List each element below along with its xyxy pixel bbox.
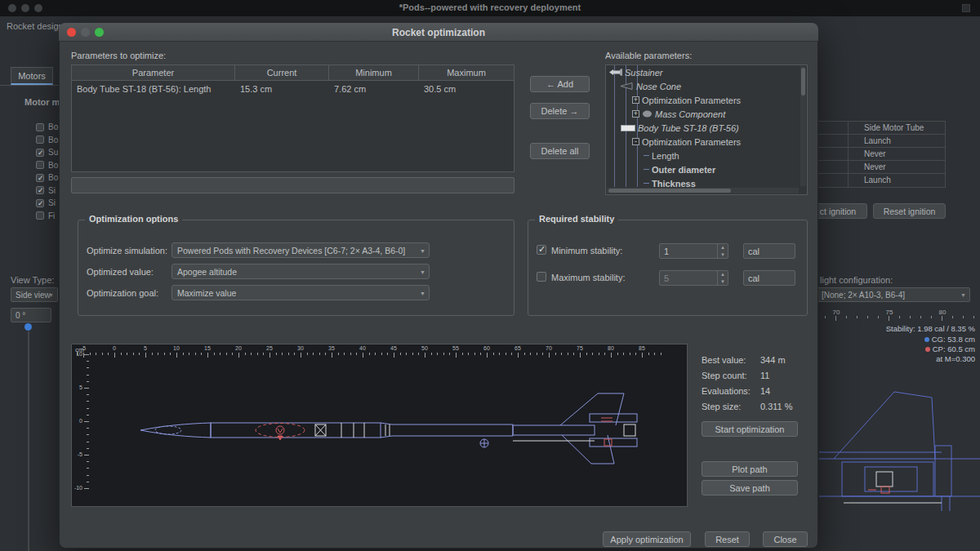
tree-vertical-scrollbar[interactable] [800,66,806,186]
optimization-goal-select[interactable]: Maximize value ▼ [172,285,430,300]
tree-item-label: Body Tube ST-18 (BT-56) [638,123,739,133]
tree-item[interactable]: Nose Cone [606,79,800,93]
checkbox[interactable] [36,199,44,207]
component-checkbox-row[interactable]: Fi [36,210,58,223]
flight-config-label: light configuration: [820,275,893,285]
checkbox[interactable] [36,174,44,182]
tree-item[interactable]: Body Tube ST-18 (BT-56) [606,121,800,135]
ruler-label: 80 [936,309,949,316]
optimized-value-select[interactable]: Apogee altitude ▼ [172,264,430,279]
scrollbar-thumb[interactable] [801,68,805,96]
rocket-diagram-panel[interactable]: cm -50510152025303540455055606570758085 … [71,344,688,507]
tree-item-label: Optimization Parameters [642,137,741,147]
motor-table-row[interactable]: Never [813,161,945,174]
rotation-slider-track[interactable] [28,331,29,551]
scrollbar-thumb[interactable] [608,189,731,193]
component-checkbox-row[interactable]: Bo [36,171,58,184]
component-checkbox-row[interactable]: Bo [36,121,58,134]
table-cell: Body Tube ST-18 (BT-56): Length [72,84,235,94]
tree-item-label: Mass Component [655,109,725,119]
spinner-arrows-icon[interactable]: ▲▼ [717,271,728,285]
ruler-tick [899,316,900,318]
max-stability-unit[interactable]: cal [743,270,795,286]
rotation-slider-handle[interactable] [24,323,32,331]
rotation-value: 0 ° [16,311,25,320]
reset-ignition-button[interactable]: Reset ignition [873,203,946,219]
delete-all-button[interactable]: Delete all [530,143,590,159]
rotation-spinner[interactable]: 0 ° [11,308,51,322]
rocket-icon [609,69,622,76]
plot-path-button[interactable]: Plot path [702,461,798,477]
max-stability-spinner[interactable]: 5 ▲▼ [659,270,728,286]
min-stability-checkbox[interactable] [537,245,546,255]
max-stability-checkbox[interactable] [537,272,546,282]
motor-table-row[interactable]: Launch [813,174,945,187]
cp-marker-icon [925,347,930,352]
stat-value: 11 [760,371,769,380]
component-checkbox-row[interactable]: Si [36,184,58,198]
motor-table-row[interactable]: Side Motor Tube [813,122,945,135]
chevron-down-icon: ▼ [420,247,425,253]
ruler-tick [952,316,953,318]
tree-item[interactable]: +Optimization Parameters [606,93,800,107]
checkbox[interactable] [36,161,44,169]
min-stability-spinner[interactable]: 1 ▲▼ [659,243,728,259]
component-checkbox-row[interactable]: Bo [36,134,58,147]
table-row[interactable]: Body Tube ST-18 (BT-56): Length15.3 cm7.… [72,81,514,97]
ruler-tick [835,316,836,321]
stability-readout: Stability: 1.98 cal / 8.35 % [886,324,975,333]
column-header[interactable]: Maximum [419,65,514,80]
tree-toggle-icon[interactable]: + [632,110,639,118]
motor-table-row[interactable]: Never [813,148,945,161]
component-checkbox-row[interactable]: Bo [36,159,58,172]
checkbox-label: Fi [48,211,55,220]
tab-motors[interactable]: Motors [11,67,53,85]
close-button[interactable]: Close [763,531,808,547]
column-header[interactable]: Current [235,65,329,80]
chevron-down-icon: ▼ [48,292,54,298]
checkbox-label: Su [48,148,58,157]
motor-table-row[interactable]: Launch [813,135,945,148]
optimize-simulation-select[interactable]: Powered Pods with Recovery Devices [C6-7… [172,242,430,258]
delete-parameter-button[interactable]: Delete → [530,103,590,119]
add-parameter-button[interactable]: ← Add [530,76,590,92]
tree-item[interactable]: Sustainer [606,65,800,79]
component-checkbox-row[interactable]: Su [36,146,58,159]
column-header[interactable]: Parameter [72,65,235,80]
tree-connector-icon [644,169,649,170]
stat-label: Best value: [702,355,760,365]
checkbox[interactable] [36,186,44,194]
tree-item[interactable]: Length [606,149,800,162]
start-optimization-button[interactable]: Start optimization [702,421,798,437]
chevron-down-icon: ▼ [960,292,966,298]
cg-marker-icon [924,337,929,342]
tree-item[interactable]: -Optimization Parameters [606,135,800,149]
chevron-down-icon: ▼ [420,290,425,295]
spinner-arrows-icon[interactable]: ▲▼ [717,244,728,258]
min-stability-label: Minimum stability: [551,246,622,256]
table-cell: 15.3 cm [235,84,329,94]
save-path-button[interactable]: Save path [702,480,798,495]
tree-item[interactable]: +Mass Component [606,107,800,121]
window-control-icon[interactable] [962,4,970,12]
component-checkbox-row[interactable]: Si [36,197,58,210]
checkbox[interactable] [36,136,44,144]
flight-config-select[interactable]: [None; 2× A10-3, B6-4] ▼ [817,287,970,302]
tree-horizontal-scrollbar[interactable] [607,188,799,193]
tree-item[interactable]: Outer diameter [606,162,800,176]
tree-toggle-icon[interactable]: - [632,138,639,145]
apply-optimization-button[interactable]: Apply optimization [603,531,691,547]
checkbox[interactable] [36,123,44,131]
reset-button[interactable]: Reset [705,531,750,547]
tree-item[interactable]: Thickness [606,176,800,187]
checkbox[interactable] [36,149,44,157]
column-header[interactable]: Minimum [329,65,419,80]
dialog-titlebar[interactable]: Rocket optimization [59,23,818,42]
checkbox[interactable] [36,211,44,220]
tree-toggle-icon[interactable]: + [632,96,639,104]
view-type-select[interactable]: Side view ▼ [11,287,58,302]
ruler-tick [942,316,942,321]
parameter-edit-field[interactable] [71,177,514,193]
min-stability-unit[interactable]: cal [743,243,795,259]
screen: *Pods--powered with recovery deployment … [0,0,980,551]
